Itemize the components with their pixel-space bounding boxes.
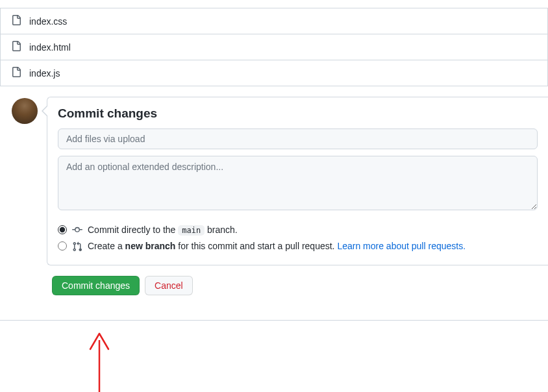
divider [0,320,548,321]
file-icon [11,67,21,79]
commit-section: Commit changes Commit directly to the ma… [0,86,548,265]
cancel-button[interactable]: Cancel [145,276,193,295]
commit-actions: Commit changes Cancel [52,276,548,295]
git-pull-request-icon [72,240,82,251]
commit-newbranch-option[interactable]: Create a new branch for this commit and … [58,238,538,254]
commit-newbranch-label: Create a new branch for this commit and … [88,241,466,251]
git-commit-icon [72,224,82,235]
file-name: index.html [29,42,71,53]
commit-box: Commit changes Commit directly to the ma… [47,97,548,265]
commit-heading: Commit changes [58,106,538,121]
commit-changes-button[interactable]: Commit changes [52,276,140,295]
commit-direct-radio[interactable] [58,225,67,234]
file-name: index.js [29,68,60,79]
learn-more-link[interactable]: Learn more about pull requests. [337,241,466,251]
file-row[interactable]: index.html [1,34,547,60]
commit-newbranch-radio[interactable] [58,241,67,251]
commit-direct-label: Commit directly to the main branch. [88,225,238,235]
commit-direct-option[interactable]: Commit directly to the main branch. [58,221,538,238]
file-row[interactable]: index.css [1,8,547,34]
file-row[interactable]: index.js [1,60,547,86]
file-icon [11,15,21,27]
branch-name-pill: main [178,225,205,236]
commit-description-input[interactable] [58,156,538,210]
file-icon [11,41,21,53]
commit-summary-input[interactable] [58,129,538,149]
avatar [12,98,38,124]
file-name: index.css [29,16,67,27]
file-list: index.cssindex.htmlindex.js [0,8,548,86]
